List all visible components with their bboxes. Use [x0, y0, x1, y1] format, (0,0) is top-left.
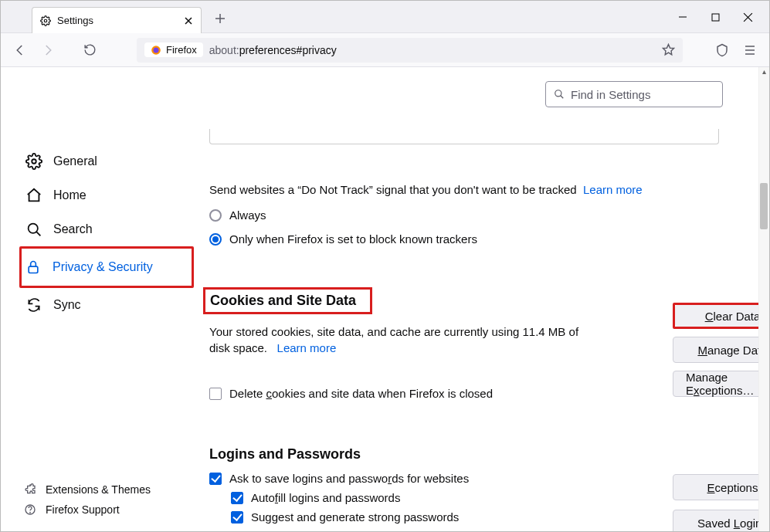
- sync-icon: [25, 296, 42, 313]
- highlight-clear-data: Clear Data…: [673, 303, 769, 329]
- category-label: General: [53, 154, 97, 168]
- find-in-settings[interactable]: Find in Settings: [545, 81, 723, 107]
- gear-icon: [25, 153, 42, 170]
- dnt-option-known-trackers[interactable]: Only when Firefox is set to block known …: [209, 232, 719, 246]
- manage-data-button[interactable]: Manage Data…: [673, 337, 769, 363]
- logins-buttons: Eceptions… Saved Logins…: [673, 474, 769, 531]
- checkbox-label: Suggest and generate strong passwords: [251, 510, 459, 524]
- minimize-button[interactable]: [677, 11, 689, 23]
- checkbox-icon: [231, 511, 243, 524]
- truncated-section-box: [209, 129, 719, 144]
- reload-button[interactable]: [78, 39, 101, 62]
- sidebar-footer: Extensions & Themes Firefox Support: [24, 483, 194, 531]
- cookies-learn-more-link[interactable]: Learn more: [277, 341, 337, 354]
- vertical-scrollbar[interactable]: ▴: [758, 67, 769, 531]
- radio-icon: [209, 233, 222, 246]
- checkbox-icon: [231, 492, 243, 504]
- category-label: Sync: [53, 298, 81, 312]
- puzzle-icon: [24, 483, 36, 496]
- home-icon: [25, 187, 42, 204]
- category-label: Home: [53, 188, 86, 202]
- highlight-cookies-heading: Cookies and Site Data: [203, 287, 372, 314]
- manage-exceptions-button[interactable]: Manage Exceptions…: [673, 371, 769, 397]
- radio-label: Only when Firefox is set to block known …: [229, 232, 477, 246]
- url-text: about:preferences#privacy: [209, 44, 337, 56]
- logins-heading: Logins and Passwords: [209, 446, 719, 463]
- delete-on-close-checkbox[interactable]: Delete cookies and site data when Firefo…: [209, 387, 719, 400]
- category-home[interactable]: Home: [24, 178, 194, 212]
- logins-exceptions-button[interactable]: Eceptions…: [673, 474, 769, 500]
- bookmark-star-icon[interactable]: [662, 43, 675, 56]
- back-button[interactable]: [8, 39, 32, 62]
- firefox-logo-icon: [151, 45, 161, 56]
- svg-point-0: [44, 19, 47, 22]
- logins-section: Logins and Passwords Ask to save logins …: [209, 446, 719, 524]
- scroll-up-arrow[interactable]: ▴: [759, 67, 769, 76]
- new-tab-button[interactable]: [209, 8, 231, 29]
- search-icon: [554, 89, 565, 100]
- nav-toolbar: Firefox about:preferences#privacy: [1, 33, 769, 67]
- extensions-themes-link[interactable]: Extensions & Themes: [24, 483, 194, 496]
- svg-point-3: [154, 47, 159, 53]
- url-bar[interactable]: Firefox about:preferences#privacy: [137, 38, 683, 63]
- firefox-window: Settings Firefox about:preferences#pr: [0, 0, 770, 532]
- svg-rect-7: [29, 266, 38, 273]
- svg-point-5: [32, 159, 36, 164]
- cookies-heading: Cookies and Site Data: [210, 293, 356, 309]
- link-label: Extensions & Themes: [46, 483, 151, 496]
- highlight-privacy-category: Privacy & Security: [19, 246, 194, 288]
- category-privacy[interactable]: Privacy & Security: [23, 250, 182, 284]
- cookies-usage-text: Your stored cookies, site data, and cach…: [209, 324, 580, 356]
- settings-sidebar: General Home Search Privacy & Security S…: [1, 67, 194, 531]
- svg-point-6: [28, 223, 37, 232]
- checkbox-label: Ask to save logins and passwords for web…: [229, 472, 469, 485]
- close-tab-icon[interactable]: [184, 16, 193, 25]
- lock-icon: [25, 259, 42, 276]
- clear-data-button[interactable]: Clear Data…: [675, 305, 769, 327]
- forward-button[interactable]: [36, 39, 59, 62]
- category-label: Search: [53, 222, 93, 236]
- dnt-description: Send websites a “Do Not Track” signal th…: [209, 181, 719, 198]
- category-general[interactable]: General: [24, 144, 194, 178]
- saved-logins-button[interactable]: Saved Logins…: [673, 510, 769, 531]
- tab-title: Settings: [57, 15, 93, 26]
- close-window-button[interactable]: [741, 11, 754, 23]
- identity-box[interactable]: Firefox: [144, 42, 203, 57]
- search-icon: [25, 221, 42, 238]
- gear-icon: [40, 15, 51, 26]
- svg-rect-1: [712, 14, 719, 21]
- svg-point-10: [555, 90, 561, 97]
- suggest-passwords-checkbox[interactable]: Suggest and generate strong passwords: [231, 510, 719, 524]
- cookies-section: Cookies and Site Data Your stored cookie…: [209, 287, 719, 400]
- cookies-buttons: Clear Data… Manage Data… Manage Exceptio…: [673, 303, 769, 397]
- help-icon: [24, 503, 36, 516]
- category-label: Privacy & Security: [53, 260, 153, 274]
- app-menu-button[interactable]: [738, 39, 762, 62]
- dnt-learn-more-link[interactable]: Learn more: [583, 183, 643, 196]
- dnt-option-always[interactable]: Always: [209, 208, 719, 222]
- scrollbar-thumb[interactable]: [760, 183, 768, 229]
- find-placeholder: Find in Settings: [571, 88, 650, 101]
- category-sync[interactable]: Sync: [24, 288, 194, 322]
- settings-main-pane: Find in Settings Send websites a “Do Not…: [194, 67, 769, 531]
- checkbox-icon: [209, 473, 222, 485]
- firefox-support-link[interactable]: Firefox Support: [24, 503, 194, 516]
- dnt-section: Send websites a “Do Not Track” signal th…: [209, 181, 719, 246]
- svg-point-9: [30, 512, 31, 513]
- window-controls: [677, 1, 769, 33]
- radio-label: Always: [229, 208, 266, 222]
- category-search[interactable]: Search: [24, 212, 194, 246]
- checkbox-icon: [209, 388, 222, 400]
- content-area: General Home Search Privacy & Security S…: [1, 67, 769, 531]
- identity-label: Firefox: [166, 44, 197, 56]
- radio-icon: [209, 209, 222, 222]
- tab-strip: Settings: [1, 1, 769, 33]
- tab-settings[interactable]: Settings: [32, 7, 202, 33]
- link-label: Firefox Support: [46, 503, 120, 516]
- checkbox-label: Delete cookies and site data when Firefo…: [229, 387, 493, 400]
- autofill-checkbox[interactable]: Autofill logins and passwords: [231, 491, 719, 504]
- maximize-button[interactable]: [709, 11, 721, 23]
- ask-save-logins-checkbox[interactable]: Ask to save logins and passwords for web…: [209, 472, 719, 485]
- checkbox-label: Autofill logins and passwords: [251, 491, 400, 504]
- pocket-button[interactable]: [711, 39, 734, 62]
